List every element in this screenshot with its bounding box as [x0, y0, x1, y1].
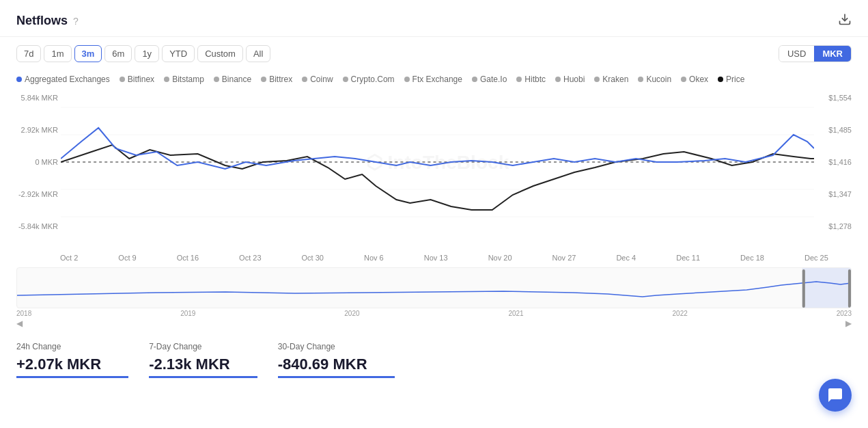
legend-item-kraken[interactable]: Kraken	[594, 75, 628, 84]
legend-label: Bitfinex	[128, 75, 154, 84]
time-btn-ytd[interactable]: YTD	[162, 45, 195, 62]
legend-label: Ftx Exchange	[412, 75, 462, 84]
mini-x-label: 2019	[180, 310, 195, 317]
x-axis-label: Dec 11	[676, 254, 700, 262]
stat-block: 7-Day Change-2.13k MKR	[149, 342, 257, 378]
legend-item-price[interactable]: Price	[718, 75, 744, 84]
mini-chart[interactable]	[16, 267, 852, 308]
time-btn-7d[interactable]: 7d	[16, 45, 41, 62]
header-left: Netflows ?	[16, 14, 79, 28]
stat-label: 30-Day Change	[278, 342, 367, 351]
legend-item-bittrex[interactable]: Bittrex	[261, 75, 292, 84]
legend-dot	[120, 77, 125, 82]
legend-item-ftx-exchange[interactable]: Ftx Exchange	[404, 75, 462, 84]
legend-label: Bittrex	[269, 75, 292, 84]
y-left-label: 2.92k MKR	[16, 126, 58, 134]
svg-rect-7	[802, 268, 851, 308]
legend-item-coinw[interactable]: Coinw	[302, 75, 333, 84]
y-right-label: $1,485	[818, 126, 852, 134]
scroll-controls: ◀ ▶	[0, 319, 868, 328]
legend-item-huobi[interactable]: Huobi	[555, 75, 585, 84]
legend-item-crypto-com[interactable]: Crypto.Com	[343, 75, 395, 84]
y-axis-right: $1,554$1,485$1,416$1,347$1,278	[814, 94, 852, 230]
time-btn-all[interactable]: All	[246, 45, 270, 62]
y-left-label: 5.84k MKR	[16, 94, 58, 102]
legend-item-hitbtc[interactable]: Hitbtc	[516, 75, 546, 84]
stat-label: 24h Change	[16, 342, 101, 351]
mini-chart-svg	[17, 268, 851, 308]
svg-rect-8	[802, 269, 805, 308]
controls-bar: 7d1m3m6m1yYTDCustomAll USDMKR	[0, 37, 868, 70]
mini-x-label: 2018	[16, 310, 31, 317]
legend-dot	[681, 77, 686, 82]
stat-value: +2.07k MKR	[16, 356, 101, 373]
legend-item-binance[interactable]: Binance	[214, 75, 251, 84]
stat-block: 24h Change+2.07k MKR	[16, 342, 128, 378]
legend-dot	[164, 77, 169, 82]
legend-label: Bitstamp	[172, 75, 204, 84]
mini-x-label: 2022	[673, 310, 688, 317]
legend-item-bitfinex[interactable]: Bitfinex	[120, 75, 154, 84]
x-axis-label: Oct 23	[239, 254, 261, 262]
stat-value: -840.69 MKR	[278, 356, 367, 373]
legend-label: Coinw	[310, 75, 333, 84]
legend-label: Aggregated Exchanges	[25, 75, 110, 84]
legend-label: Okex	[689, 75, 708, 84]
x-axis-label: Oct 2	[60, 254, 78, 262]
y-right-label: $1,416	[818, 158, 852, 166]
scroll-left-icon[interactable]: ◀	[16, 319, 23, 328]
legend-dot	[16, 77, 22, 82]
legend-label: Hitbtc	[524, 75, 546, 84]
stat-block: 30-Day Change-840.69 MKR	[278, 342, 395, 378]
legend-label: Price	[726, 75, 744, 84]
y-left-label: -2.92k MKR	[16, 190, 58, 198]
page-title: Netflows	[16, 14, 68, 28]
mini-x-label: 2021	[508, 310, 523, 317]
legend-item-okex[interactable]: Okex	[681, 75, 708, 84]
currency-buttons: USDMKR	[779, 45, 852, 62]
y-axis-left: 5.84k MKR2.92k MKR0 MKR-2.92k MKR-5.84k …	[16, 94, 61, 230]
legend-dot	[302, 77, 307, 82]
scroll-right-icon[interactable]: ▶	[845, 319, 852, 328]
x-axis-label: Oct 16	[177, 254, 199, 262]
legend-dot	[638, 77, 643, 82]
time-btn-1y[interactable]: 1y	[135, 45, 159, 62]
time-btn-1m[interactable]: 1m	[44, 45, 71, 62]
y-right-label: $1,347	[818, 190, 852, 198]
main-chart-area: 5.84k MKR2.92k MKR0 MKR-2.92k MKR-5.84k …	[0, 87, 868, 251]
legend-item-kucoin[interactable]: Kucoin	[638, 75, 671, 84]
time-btn-custom[interactable]: Custom	[197, 45, 243, 62]
download-icon[interactable]	[838, 12, 852, 29]
help-icon[interactable]: ?	[73, 16, 79, 27]
time-btn-6m[interactable]: 6m	[104, 45, 132, 62]
y-right-label: $1,554	[818, 94, 852, 102]
legend-dot	[472, 77, 477, 82]
y-left-label: -5.84k MKR	[16, 222, 58, 230]
chat-button[interactable]	[819, 379, 852, 412]
legend-dot	[343, 77, 348, 82]
chat-icon	[827, 387, 843, 403]
legend-label: Kraken	[602, 75, 628, 84]
currency-btn-mkr[interactable]: MKR	[814, 46, 851, 62]
x-axis-label: Nov 13	[424, 254, 448, 262]
main-chart-svg: ⬡ IntoTheBlock	[61, 94, 814, 230]
x-axis-label: Dec 4	[616, 254, 636, 262]
currency-btn-usd[interactable]: USD	[779, 46, 814, 62]
x-axis-label: Dec 18	[740, 254, 764, 262]
x-axis-label: Dec 25	[804, 254, 828, 262]
legend-label: Huobi	[563, 75, 585, 84]
legend-item-aggregated-exchanges[interactable]: Aggregated Exchanges	[16, 75, 110, 84]
y-left-label: 0 MKR	[16, 158, 58, 166]
mini-x-label: 2023	[837, 310, 852, 317]
x-axis-label: Oct 30	[302, 254, 324, 262]
time-buttons: 7d1m3m6m1yYTDCustomAll	[16, 45, 270, 62]
legend-dot	[718, 77, 723, 82]
legend-item-gate-io[interactable]: Gate.Io	[472, 75, 507, 84]
legend-label: Binance	[222, 75, 251, 84]
time-btn-3m[interactable]: 3m	[74, 45, 102, 62]
legend-dot	[594, 77, 600, 82]
legend-dot	[214, 77, 219, 82]
legend-dot	[516, 77, 522, 82]
stats-section: 24h Change+2.07k MKR7-Day Change-2.13k M…	[0, 328, 868, 378]
legend-item-bitstamp[interactable]: Bitstamp	[164, 75, 204, 84]
